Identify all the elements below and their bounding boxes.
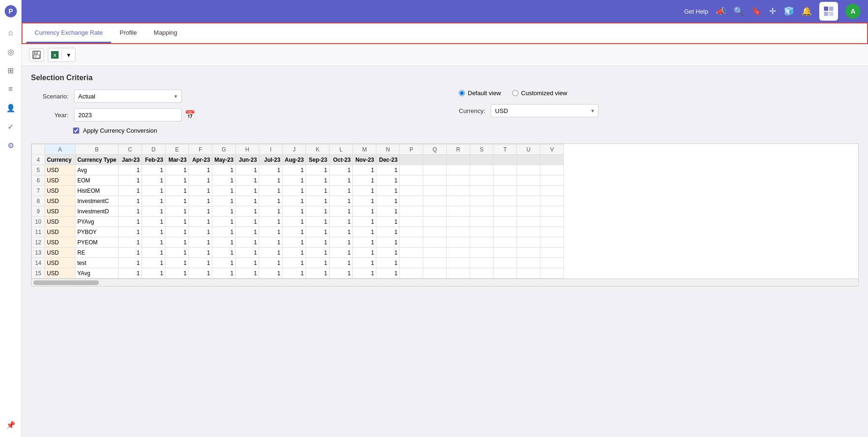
col-header-U[interactable]: U xyxy=(517,144,540,155)
tab-currency-exchange-rate[interactable]: Currency Exchange Rate xyxy=(26,23,111,43)
cell-value[interactable]: 1 xyxy=(283,175,306,186)
excel-dropdown-button[interactable]: ▾ xyxy=(62,48,75,61)
cell-value[interactable]: 1 xyxy=(212,217,236,227)
cell-value[interactable]: 1 xyxy=(236,227,259,237)
cell-value[interactable]: 1 xyxy=(189,165,212,175)
default-view-label[interactable]: Default view xyxy=(459,90,501,97)
cell-value[interactable]: 1 xyxy=(142,268,165,279)
cell-value[interactable]: 1 xyxy=(142,206,165,217)
cell-value[interactable]: 1 xyxy=(119,248,142,258)
apply-currency-label[interactable]: Apply Currency Conversion xyxy=(83,127,157,134)
cell-value[interactable]: 1 xyxy=(165,217,189,227)
cell-value[interactable]: 1 xyxy=(119,186,142,196)
cell-value[interactable]: 1 xyxy=(329,175,353,186)
cell-currency[interactable]: USD xyxy=(45,227,75,237)
cell-value[interactable]: 1 xyxy=(212,237,236,248)
cell-value[interactable]: 1 xyxy=(283,237,306,248)
cell-value[interactable]: 1 xyxy=(329,227,353,237)
col-header-M[interactable]: M xyxy=(353,144,376,155)
cell-value[interactable]: 1 xyxy=(283,206,306,217)
cell-value[interactable]: 1 xyxy=(236,258,259,268)
col-header-D[interactable]: D xyxy=(142,144,165,155)
cell-value[interactable]: 1 xyxy=(306,186,329,196)
cell-value[interactable]: 1 xyxy=(119,258,142,268)
cell-value[interactable]: 1 xyxy=(329,186,353,196)
cell-value[interactable]: 1 xyxy=(259,248,283,258)
cell-value[interactable]: 1 xyxy=(189,196,212,206)
cell-value[interactable]: 1 xyxy=(142,165,165,175)
cell-value[interactable]: 1 xyxy=(189,206,212,217)
cell-value[interactable]: 1 xyxy=(376,248,400,258)
sidebar-person-icon[interactable]: 👤 xyxy=(2,99,19,116)
cell-value[interactable]: 1 xyxy=(353,258,376,268)
col-header-R[interactable]: R xyxy=(447,144,470,155)
cell-value[interactable]: 1 xyxy=(376,165,400,175)
cell-currency-type[interactable]: EOM xyxy=(75,175,119,186)
cell-value[interactable]: 1 xyxy=(259,206,283,217)
cell-value[interactable]: 1 xyxy=(142,196,165,206)
sidebar-task-icon[interactable]: ✓ xyxy=(2,118,19,135)
cell-value[interactable]: 1 xyxy=(142,237,165,248)
col-header-B[interactable]: B xyxy=(75,144,119,155)
cell-value[interactable]: 1 xyxy=(306,248,329,258)
cell-value[interactable]: 1 xyxy=(306,206,329,217)
cell-value[interactable]: 1 xyxy=(165,237,189,248)
cell-value[interactable]: 1 xyxy=(306,175,329,186)
col-header-C[interactable]: C xyxy=(119,144,142,155)
cell-value[interactable]: 1 xyxy=(119,196,142,206)
cell-value[interactable]: 1 xyxy=(376,268,400,279)
cell-value[interactable]: 1 xyxy=(212,258,236,268)
cell-value[interactable]: 1 xyxy=(376,175,400,186)
year-input[interactable] xyxy=(74,108,182,121)
cell-value[interactable]: 1 xyxy=(165,248,189,258)
cell-value[interactable]: 1 xyxy=(329,196,353,206)
cell-value[interactable]: 1 xyxy=(189,268,212,279)
cell-value[interactable]: 1 xyxy=(259,217,283,227)
col-header-I[interactable]: I xyxy=(259,144,283,155)
sidebar-dashboard-icon[interactable]: ⊞ xyxy=(2,62,19,79)
col-header-N[interactable]: N xyxy=(376,144,400,155)
cell-currency-type[interactable]: Avg xyxy=(75,165,119,175)
cell-value[interactable]: 1 xyxy=(376,186,400,196)
sidebar-pin-icon[interactable]: 📌 xyxy=(2,416,19,433)
sidebar-home-icon[interactable]: ⌂ xyxy=(2,24,19,41)
cell-currency[interactable]: USD xyxy=(45,237,75,248)
cell-currency[interactable]: USD xyxy=(45,248,75,258)
user-avatar[interactable]: A xyxy=(846,4,861,19)
cell-value[interactable]: 1 xyxy=(165,258,189,268)
cell-value[interactable]: 1 xyxy=(376,227,400,237)
col-header-G[interactable]: G xyxy=(212,144,236,155)
col-header-F[interactable]: F xyxy=(189,144,212,155)
cell-value[interactable]: 1 xyxy=(212,227,236,237)
cell-value[interactable]: 1 xyxy=(329,248,353,258)
cell-value[interactable]: 1 xyxy=(189,175,212,186)
cell-value[interactable]: 1 xyxy=(142,227,165,237)
sidebar-target-icon[interactable]: ◎ xyxy=(2,43,19,60)
cell-value[interactable]: 1 xyxy=(236,237,259,248)
cell-value[interactable]: 1 xyxy=(376,196,400,206)
col-header-J[interactable]: J xyxy=(283,144,306,155)
app-icon[interactable] xyxy=(819,2,838,21)
add-icon[interactable]: ✛ xyxy=(769,6,776,16)
cell-value[interactable]: 1 xyxy=(306,258,329,268)
cell-value[interactable]: 1 xyxy=(259,237,283,248)
cell-value[interactable]: 1 xyxy=(329,237,353,248)
cell-value[interactable]: 1 xyxy=(329,165,353,175)
sidebar-chart-icon[interactable]: ≡ xyxy=(2,81,19,98)
cell-currency[interactable]: USD xyxy=(45,268,75,279)
cell-value[interactable]: 1 xyxy=(283,268,306,279)
cell-value[interactable]: 1 xyxy=(142,258,165,268)
cell-value[interactable]: 1 xyxy=(283,248,306,258)
cell-value[interactable]: 1 xyxy=(165,206,189,217)
cell-value[interactable]: 1 xyxy=(236,186,259,196)
cell-value[interactable]: 1 xyxy=(259,268,283,279)
cell-value[interactable]: 1 xyxy=(236,217,259,227)
col-header-V[interactable]: V xyxy=(540,144,564,155)
cell-value[interactable]: 1 xyxy=(283,227,306,237)
cell-value[interactable]: 1 xyxy=(142,175,165,186)
cell-currency-type[interactable]: test xyxy=(75,258,119,268)
announcements-icon[interactable]: 📣 xyxy=(716,6,726,16)
cell-value[interactable]: 1 xyxy=(189,217,212,227)
cell-value[interactable]: 1 xyxy=(119,175,142,186)
tab-profile[interactable]: Profile xyxy=(111,23,145,43)
